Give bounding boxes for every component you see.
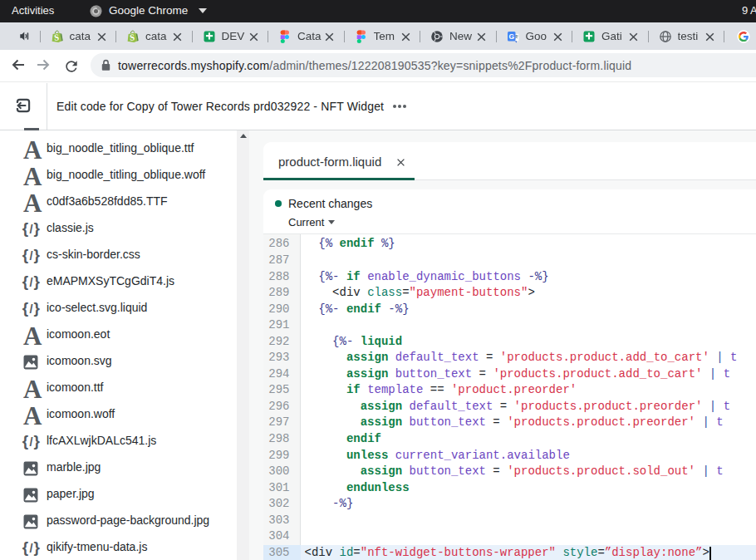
- svg-text:S: S: [53, 32, 59, 42]
- svg-text:G: G: [508, 32, 514, 41]
- svg-text:S: S: [130, 32, 135, 42]
